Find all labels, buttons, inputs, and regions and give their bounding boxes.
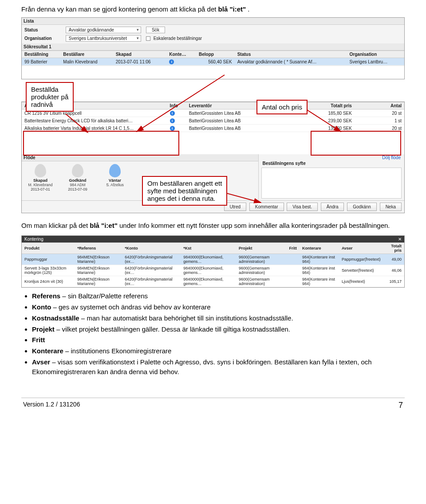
visa-best-button[interactable]: Visa best. <box>287 203 318 211</box>
col-fritt[interactable]: Fritt <box>287 243 300 254</box>
c-pr: 9600(Gemensam administration) <box>236 265 287 276</box>
status-dropdown[interactable]: Avvaktar godkännande <box>66 27 141 33</box>
c-ko: 984(Konterare inst 984) <box>300 276 339 287</box>
midtext-a: Om man klickar på det <box>21 222 90 229</box>
intro-text: Från denna vy kan man se gjord kontering… <box>21 5 405 13</box>
flode-sub1: 984 ADM <box>64 183 91 187</box>
dolj-flode-link[interactable]: Dölj flöde <box>259 154 404 161</box>
c-ko: 984(Konterare inst 984) <box>300 254 339 265</box>
table-header: Artikel Info Leverantör Totalt pris Anta… <box>22 102 404 109</box>
c-p: Servett 3-lags 33x33cm mörkgrön (125) <box>22 265 75 276</box>
cell-antal: 1 st <box>355 117 404 125</box>
col-org[interactable]: Organisation <box>347 51 404 58</box>
def: – man har automatiskt bara behörighet ti… <box>79 314 293 322</box>
orders-table: Beställning Beställare Skapad Konte… Bel… <box>22 51 404 66</box>
footer-version: Version 1.2 / 131206 <box>23 401 80 410</box>
def: – institutionens Ekonomiregistrerare <box>63 347 171 355</box>
neka-button[interactable]: Neka <box>380 203 402 211</box>
list-item: Projekt – vilket projekt beställningen g… <box>32 324 405 334</box>
cell-lev: BatteriGrossisten Litea AB <box>186 125 290 132</box>
flode-step-godkand: Godkänd 984 ADM 2013-07-09 <box>64 164 91 191</box>
list-item: Kostnadsställe – man har automatiskt bar… <box>32 313 405 323</box>
syfte-box[interactable] <box>261 168 402 199</box>
table-header: Beställning Beställare Skapad Konte… Bel… <box>22 51 404 58</box>
info-icon[interactable]: i <box>170 111 175 116</box>
flode-sub1: M. Klevebrand <box>27 183 54 187</box>
col-konte[interactable]: Konte… <box>166 51 196 58</box>
list-item: Avser – visas som verifikationstext i Pa… <box>32 357 405 377</box>
col-antal[interactable]: Antal <box>355 102 404 109</box>
col-bestallning[interactable]: Beställning <box>22 51 60 58</box>
table-row[interactable]: Alkaliska batterier Varta Industrial sto… <box>22 125 404 132</box>
col-produkt[interactable]: Produkt <box>22 243 75 254</box>
table-row[interactable]: Kronljus 24cm vit (30) 984MEN(Eriksson M… <box>22 276 404 287</box>
table-row[interactable]: Pappmuggar 984MEN(Eriksson Marianne) 642… <box>22 254 404 265</box>
table-row[interactable]: CR 1216 3V Litium knappcell i BatteriGro… <box>22 109 404 117</box>
screenshot-group-1: Lista Status Avvaktar godkännande Sök Or… <box>21 17 405 213</box>
table-row[interactable]: Batteritestare Energy Check LCD för alka… <box>22 117 404 125</box>
term: Avser <box>32 358 50 366</box>
c-r: 984MEN(Eriksson Marianne) <box>75 265 122 276</box>
kontering-title: Kontering <box>24 237 43 242</box>
c-r: 984MEN(Eriksson Marianne) <box>75 254 122 265</box>
col-konterare[interactable]: Konterare <box>300 243 339 254</box>
org-label: Organisation <box>24 36 64 41</box>
c-k: 6420(Förbrukningsmaterial (ex… <box>122 265 181 276</box>
col-status[interactable]: Status <box>235 51 347 58</box>
col-bestallare[interactable]: Beställare <box>60 51 113 58</box>
cell-bestallare: Malin Klevebrand <box>60 58 113 66</box>
c-k: 6420(Förbrukningsmaterial (ex… <box>122 254 181 265</box>
close-icon[interactable]: ✕ <box>398 237 402 242</box>
definition-list: Referens – sin Baltzar/Palette referens … <box>32 291 405 376</box>
col-belopp[interactable]: Belopp <box>196 51 235 58</box>
godkann-button[interactable]: Godkänn <box>347 203 377 211</box>
escalate-checkbox[interactable] <box>146 36 150 41</box>
panel1-title: Lista <box>22 18 404 25</box>
search-button[interactable]: Sök <box>146 27 165 33</box>
drop-icon <box>35 164 46 177</box>
col-info[interactable]: Info <box>167 102 186 109</box>
andra-button[interactable]: Ändra <box>321 203 344 211</box>
info-icon[interactable]: i <box>170 118 175 123</box>
org-dropdown[interactable]: Sveriges Lantbruksuniversitet <box>66 35 141 42</box>
table-row[interactable]: 99 Batterier Malin Klevebrand 2013-07-01… <box>22 58 404 66</box>
c-f <box>287 276 300 287</box>
cell-artikel: Alkaliska batterier Varta Industrial sto… <box>22 125 167 132</box>
col-projekt[interactable]: Projekt <box>236 243 287 254</box>
c-p: Kronljus 24cm vit (30) <box>22 276 75 287</box>
col-totalpris[interactable]: Totalt pris <box>383 243 404 254</box>
flode-sub1: S. Afzelius <box>102 183 128 187</box>
col-referens[interactable]: *Referens <box>75 243 122 254</box>
term: Referens <box>32 292 60 300</box>
cell-artikel: Batteritestare Energy Check LCD för alka… <box>22 117 167 125</box>
col-avser[interactable]: Avser <box>339 243 383 254</box>
panel-lista: Lista Status Avvaktar godkännande Sök Or… <box>21 17 405 79</box>
info-icon[interactable]: i <box>169 59 174 64</box>
mid-text: Om man klickar på det blå "i:et" under I… <box>21 221 405 230</box>
flode-right: Dölj flöde Beställningens syfte <box>259 154 404 200</box>
c-a: Pappmuggar(freetext) <box>339 254 383 265</box>
list-item: Referens – sin Baltzar/Palette referens <box>32 291 405 301</box>
panel1-spacer <box>22 66 404 79</box>
c-a: Servetter(freetext) <box>339 265 383 276</box>
cell-belopp: 560,40 SEK <box>196 58 235 66</box>
col-skapad[interactable]: Skapad <box>113 51 167 58</box>
cell-skapad: 2013-07-01 11:06 <box>113 58 167 66</box>
panel-kontering: Kontering ✕ Produkt *Referens *Konto *Ks… <box>21 235 405 288</box>
info-icon[interactable]: i <box>170 126 175 131</box>
c-a: Ljus(freetext) <box>339 276 383 287</box>
col-konto[interactable]: *Konto <box>122 243 181 254</box>
c-t: 105,17 <box>383 276 404 287</box>
col-kst[interactable]: *Kst <box>181 243 236 254</box>
kommentar-button[interactable]: Kommentar <box>249 203 284 211</box>
def: – sin Baltzar/Palette referens <box>60 292 148 300</box>
c-r: 984MEN(Eriksson Marianne) <box>75 276 122 287</box>
c-f <box>287 254 300 265</box>
cell-status: Avvaktar godkännande ( * Susanne Af… <box>235 58 347 66</box>
table-row[interactable]: Servett 3-lags 33x33cm mörkgrön (125) 98… <box>22 265 404 276</box>
drop-icon <box>72 164 83 177</box>
flode-step-vantar: Väntar S. Afzelius <box>102 164 128 191</box>
page-footer: Version 1.2 / 131206 7 <box>21 398 405 410</box>
cell-org: Sveriges Lantbru… <box>347 58 404 66</box>
intro-suffix: . <box>248 5 249 13</box>
